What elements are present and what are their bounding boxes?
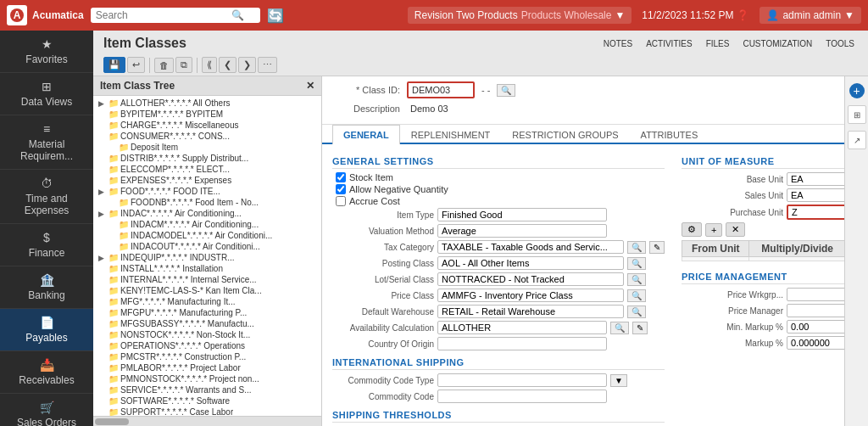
list-item[interactable]: 📁INDACOUT*.*.*.*.* Air Conditioni... (95, 241, 320, 252)
uom-delete-btn[interactable]: ✕ (726, 222, 745, 237)
revision-chevron[interactable]: ▼ (615, 9, 625, 21)
list-item[interactable]: 📁CONSUMER*.*.*.*.* CONS... (95, 131, 320, 142)
activities-button[interactable]: ACTIVITIES (643, 37, 695, 50)
posting-class-lookup[interactable]: 🔍 (627, 257, 646, 270)
min-markup-input[interactable] (787, 320, 844, 334)
sidebar-item-favorites[interactable]: ★ Favorites (0, 31, 93, 73)
help-icon[interactable]: ❓ (737, 9, 749, 21)
avail-calc-edit[interactable]: ✎ (632, 322, 648, 334)
search-icon[interactable]: 🔍 (231, 9, 244, 21)
uom-settings-btn[interactable]: ⚙ (682, 222, 702, 237)
sidebar-item-time-expenses[interactable]: ⏱ Time and Expenses (0, 170, 93, 224)
right-sidebar-btn-2[interactable]: ↗ (848, 131, 866, 149)
prev-button[interactable]: ❮ (219, 57, 236, 73)
sidebar-item-receivables[interactable]: 📥 Receivables (0, 351, 93, 394)
search-input[interactable] (96, 9, 231, 21)
list-item[interactable]: 📁BYPITEM*.*.*.*.* BYPITEM (95, 109, 320, 120)
list-item[interactable]: 📁SERVICE*.*.*.*.* Warrants and S... (95, 384, 320, 395)
list-item[interactable]: 📁PMNONSTOCK*.*.*.*.* Project non... (95, 373, 320, 384)
tax-cat-lookup[interactable]: 🔍 (627, 241, 646, 254)
customization-button[interactable]: CUSTOMIZATION (739, 37, 815, 50)
list-item[interactable]: 📁CHARGE*.*.*.*.* Miscellaneous (95, 120, 320, 131)
list-item[interactable]: 📁PMCSTR*.*.*.*.* Construction P... (95, 351, 320, 362)
list-item[interactable]: 📁INDACM*.*.*.*.* Air Conditioning... (95, 219, 320, 230)
user-chevron[interactable]: ▼ (844, 9, 854, 21)
user-info[interactable]: 👤 admin admin ▼ (760, 7, 861, 24)
list-item[interactable]: 📁NONSTOCK*.*.*.*.* Non-Stock It... (95, 329, 320, 340)
list-item[interactable]: 📁INTERNAL*.*.*.*.* Internal Service... (95, 274, 320, 285)
search-bar[interactable]: 🔍 (91, 8, 260, 23)
list-item[interactable]: ▶📁ALLOTHER*.*.*.*.* All Others (95, 98, 320, 109)
list-item[interactable]: 📁SOFTWARE*.*.*.*.* Software (95, 395, 320, 406)
list-item[interactable]: 📁FOODNB*.*.*.*.* Food Item - No... (95, 197, 320, 208)
tools-button[interactable]: TOOLS (822, 37, 858, 50)
sidebar-item-sales-orders[interactable]: 🛒 Sales Orders (0, 394, 93, 426)
list-item[interactable]: 📁DISTRIB*.*.*.*.* Supply Distribut... (95, 153, 320, 164)
list-item[interactable]: 📁MFGSUBASSY*.*.*.*.* Manufactu... (95, 318, 320, 329)
commodity-code-input[interactable] (437, 390, 607, 403)
uom-add-btn[interactable]: + (705, 223, 722, 237)
add-button[interactable]: + (849, 83, 865, 98)
app-logo[interactable]: A Acumatica (7, 5, 84, 25)
revision-info[interactable]: Revision Two Products Products Wholesale… (408, 7, 632, 24)
tab-attributes[interactable]: ATTRIBUTES (630, 125, 709, 144)
next-button[interactable]: ❯ (238, 57, 256, 73)
avail-calc-input[interactable] (437, 321, 607, 334)
tree-scrollbar[interactable] (93, 416, 321, 426)
allow-negative-checkbox[interactable] (336, 184, 346, 194)
stock-item-checkbox[interactable] (336, 172, 346, 182)
default-warehouse-input[interactable] (437, 305, 624, 318)
list-item[interactable]: 📁MFGPU*.*.*.*.* Manufacturing P... (95, 307, 320, 318)
list-item[interactable]: 📁KENY!TEMC-LAS-S-* Kan Item Cla... (95, 285, 320, 296)
copy-button[interactable]: ⧉ (175, 57, 192, 73)
tax-cat-edit[interactable]: ✎ (649, 241, 665, 254)
first-button[interactable]: ⟪ (202, 57, 217, 73)
list-item[interactable]: 📁ELECCOMP*.*.*.*.* ELECT... (95, 164, 320, 175)
list-item[interactable]: 📁EXPENSES*.*.*.*.* Expenses (95, 175, 320, 186)
class-id-input[interactable] (407, 81, 475, 98)
tax-cat-input[interactable] (437, 240, 624, 254)
price-manager-input[interactable] (787, 304, 844, 317)
list-item[interactable]: ▶📁INDAC*.*.*.*.* Air Conditioning... (95, 208, 320, 219)
sidebar-item-finance[interactable]: $ Finance (0, 224, 93, 266)
list-item[interactable]: 📁PMLABOR*.*.*.*.* Project Labor (95, 362, 320, 373)
more-button[interactable]: ⋯ (258, 57, 277, 73)
default-warehouse-lookup[interactable]: 🔍 (627, 305, 646, 318)
accrue-cost-checkbox[interactable] (336, 196, 346, 206)
class-id-lookup[interactable]: 🔍 (497, 84, 515, 97)
sidebar-item-banking[interactable]: 🏦 Banking (0, 266, 93, 309)
files-button[interactable]: FILES (703, 37, 733, 50)
price-class-input[interactable] (437, 289, 624, 302)
tree-panel-close[interactable]: ✕ (306, 80, 314, 92)
notes-button[interactable]: NOTES (600, 37, 636, 50)
avail-calc-lookup[interactable]: 🔍 (610, 322, 629, 334)
posting-class-input[interactable] (437, 256, 624, 270)
accrue-cost-row[interactable]: Accrue Cost (332, 196, 665, 206)
delete-button[interactable]: 🗑 (154, 58, 174, 73)
tab-general[interactable]: GENERAL (332, 125, 400, 144)
undo-button[interactable]: ↩ (127, 57, 145, 73)
list-item[interactable]: 📁INDACMODEL*.*.*.*.* Air Conditioni... (95, 230, 320, 241)
allow-negative-row[interactable]: Allow Negative Quantity (332, 184, 665, 194)
save-button[interactable]: 💾 (103, 57, 125, 73)
price-class-lookup[interactable]: 🔍 (627, 289, 646, 302)
refresh-button[interactable]: 🔄 (267, 8, 284, 24)
tree-content[interactable]: ▶📁ALLOTHER*.*.*.*.* All Others 📁BYPITEM*… (93, 96, 321, 416)
sidebar-item-data-views[interactable]: ⊞ Data Views (0, 73, 93, 115)
tab-restriction-groups[interactable]: RESTRICTION GROUPS (501, 125, 629, 144)
commodity-type-dropdown[interactable]: ▼ (610, 374, 627, 387)
list-item[interactable]: 📁Deposit Item (95, 142, 320, 153)
markup-input[interactable] (787, 336, 844, 350)
list-item[interactable]: ▶📁INDEQUIP*.*.*.*.* INDUSTR... (95, 252, 320, 263)
right-sidebar-btn-1[interactable]: ⊞ (848, 105, 866, 124)
country-input[interactable] (437, 337, 607, 350)
tab-replenishment[interactable]: REPLENISHMENT (400, 125, 502, 144)
list-item[interactable]: 📁MFG*.*.*.*.* Manufacturing It... (95, 296, 320, 307)
lot-serial-lookup[interactable]: 🔍 (627, 273, 646, 286)
list-item[interactable]: 📁SUPPORT*.*.*.*.* Case Labor (95, 406, 320, 416)
valuation-input[interactable] (437, 224, 607, 238)
sidebar-item-material-req[interactable]: ≡ Material Requirem... (0, 115, 93, 170)
stock-item-row[interactable]: Stock Item (332, 172, 665, 182)
list-item[interactable]: 📁OPERATIONS*.*.*.*.* Operations (95, 340, 320, 351)
sidebar-item-payables[interactable]: 📄 Payables (0, 309, 93, 351)
